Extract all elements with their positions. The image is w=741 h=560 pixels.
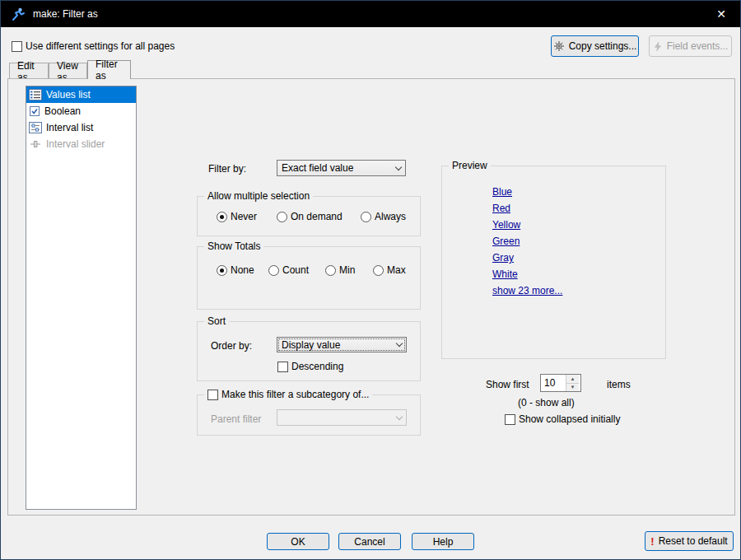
show-totals-group: Show Totals — [197, 246, 421, 310]
radio-circle — [217, 265, 227, 276]
list-item-label: Boolean — [44, 105, 81, 117]
radio-circle — [277, 212, 287, 222]
radio-count[interactable]: Count — [268, 264, 309, 276]
preview-link-yellow[interactable]: Yellow — [492, 217, 562, 233]
radio-label: On demand — [291, 211, 343, 222]
preview-show-more-link[interactable]: show 23 more... — [492, 282, 562, 299]
window-title: make: Filter as — [33, 8, 98, 20]
preview-link-blue[interactable]: Blue — [492, 184, 562, 200]
checkbox-box — [277, 362, 288, 372]
copy-settings-button[interactable]: Copy settings... — [551, 35, 639, 57]
group-title: Show Totals — [204, 240, 263, 253]
copy-settings-label: Copy settings... — [569, 40, 637, 52]
radio-max[interactable]: Max — [373, 264, 406, 276]
chevron-down-icon — [392, 410, 406, 425]
preview-list: Blue Red Yellow Green Gray White show 23… — [492, 184, 562, 299]
group-title: Allow multiple selection — [204, 190, 313, 203]
radio-min[interactable]: Min — [325, 264, 355, 276]
ok-button[interactable]: OK — [267, 533, 329, 550]
help-label: Help — [433, 536, 454, 548]
filter-by-combo[interactable]: Exact field value — [277, 160, 406, 176]
field-events-icon — [653, 41, 663, 52]
cancel-label: Cancel — [354, 536, 384, 548]
radio-none[interactable]: None — [217, 264, 254, 276]
radio-on-demand[interactable]: On demand — [277, 211, 343, 222]
checkbox-box — [505, 414, 515, 425]
group-title: Sort — [204, 315, 229, 328]
subcategory-checkbox[interactable] — [207, 390, 218, 400]
radio-label: Never — [231, 211, 257, 222]
parent-filter-combo[interactable] — [277, 409, 407, 426]
use-different-settings-label: Use different settings for all pages — [26, 40, 175, 52]
list-item-interval-list[interactable]: Interval list — [26, 119, 136, 136]
titlebar: make: Filter as ✕ — [1, 1, 740, 27]
show-first-spinner[interactable]: ▲ ▼ — [540, 374, 581, 392]
preview-link-gray[interactable]: Gray — [492, 250, 562, 266]
field-events-button[interactable]: Field events... — [649, 35, 732, 57]
descending-checkbox[interactable]: Descending — [277, 361, 343, 372]
chevron-down-icon — [391, 161, 405, 175]
radio-label: None — [231, 264, 254, 276]
values-list-icon — [29, 89, 42, 100]
radio-always[interactable]: Always — [361, 211, 406, 222]
radio-label: Count — [282, 264, 309, 276]
show-collapsed-checkbox[interactable]: Show collapsed initially — [505, 413, 620, 425]
radio-circle — [268, 265, 279, 276]
order-by-combo[interactable]: Display value — [277, 337, 407, 352]
list-item-label: Interval list — [46, 122, 93, 133]
tab-view-as[interactable]: View as — [49, 63, 87, 79]
checkbox-box — [12, 41, 22, 52]
reset-label: Reset to default — [659, 535, 728, 547]
interval-list-icon — [29, 122, 42, 133]
items-label: items — [607, 379, 631, 390]
radio-never[interactable]: Never — [217, 211, 257, 222]
order-by-label: Order by: — [211, 340, 252, 352]
spin-down-button[interactable]: ▼ — [566, 384, 579, 392]
gear-icon — [553, 40, 565, 52]
chevron-down-icon — [392, 338, 406, 352]
show-first-input[interactable] — [541, 375, 566, 391]
list-item-interval-slider[interactable]: Interval slider — [26, 136, 136, 152]
radio-circle — [373, 265, 384, 276]
cancel-button[interactable]: Cancel — [338, 533, 401, 550]
show-all-hint: (0 - show all) — [518, 397, 575, 408]
subcategory-title-row[interactable]: Make this filter a subcategory of... — [204, 389, 372, 400]
spin-buttons: ▲ ▼ — [566, 375, 579, 391]
spin-up-button[interactable]: ▲ — [566, 375, 579, 384]
reset-to-default-button[interactable]: ! Reset to default — [645, 531, 734, 551]
show-collapsed-label: Show collapsed initially — [519, 413, 620, 425]
list-item-label: Interval slider — [46, 138, 105, 150]
radio-circle — [217, 212, 227, 222]
filter-type-list: Values list Boolean Interval list — [26, 86, 137, 510]
radio-label: Max — [387, 264, 406, 276]
preview-link-green[interactable]: Green — [492, 233, 562, 250]
warning-exclamation-icon: ! — [650, 535, 654, 548]
help-button[interactable]: Help — [412, 533, 474, 550]
group-title: Preview — [449, 160, 491, 172]
order-by-value: Display value — [277, 339, 392, 351]
radio-circle — [325, 265, 336, 276]
close-button[interactable]: ✕ — [702, 1, 740, 27]
filter-by-value: Exact field value — [277, 162, 391, 174]
use-different-settings-checkbox[interactable]: Use different settings for all pages — [12, 40, 175, 52]
list-item-label: Values list — [46, 89, 91, 100]
parent-filter-label: Parent filter — [211, 413, 261, 425]
dialog-window: make: Filter as ✕ Use different settings… — [0, 0, 741, 560]
preview-link-white[interactable]: White — [492, 266, 562, 282]
radio-circle — [361, 212, 371, 222]
boolean-icon — [29, 105, 40, 117]
descending-label: Descending — [291, 361, 343, 372]
tab-filter-as[interactable]: Filter as — [87, 60, 131, 79]
spin-down-icon: ▼ — [571, 385, 576, 390]
tab-edit-as[interactable]: Edit as — [9, 63, 49, 79]
interval-slider-icon — [29, 138, 42, 150]
list-item-boolean[interactable]: Boolean — [26, 103, 136, 119]
app-icon — [11, 7, 26, 21]
preview-link-red[interactable]: Red — [492, 200, 562, 217]
radio-label: Always — [375, 211, 406, 222]
close-icon: ✕ — [716, 7, 726, 21]
filter-by-label: Filter by: — [208, 163, 246, 175]
field-events-label: Field events... — [667, 40, 729, 52]
ok-label: OK — [291, 536, 305, 548]
list-item-values-list[interactable]: Values list — [26, 86, 136, 103]
